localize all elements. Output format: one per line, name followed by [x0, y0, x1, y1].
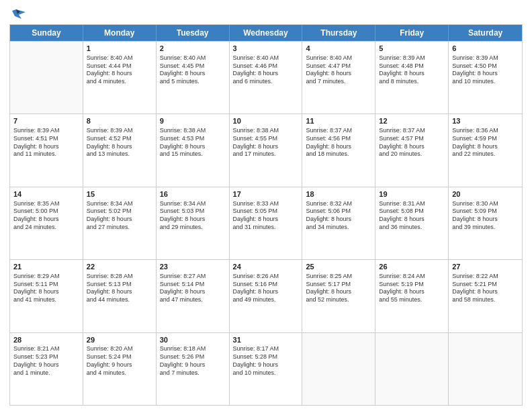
cell-info-line: Daylight: 8 hours [87, 216, 152, 224]
calendar-cell: 22Sunrise: 8:28 AMSunset: 5:13 PMDayligh… [83, 260, 157, 332]
cell-info-line: Sunset: 4:59 PM [452, 135, 519, 143]
calendar-cell: 17Sunrise: 8:33 AMSunset: 5:05 PMDayligh… [230, 187, 303, 259]
cell-info-line: Daylight: 9 hours [87, 361, 152, 369]
cell-info-line: Sunset: 4:44 PM [87, 62, 152, 71]
day-number: 13 [452, 116, 519, 126]
cell-info-line: and 44 minutes. [87, 296, 152, 304]
calendar-cell: 10Sunrise: 8:38 AMSunset: 4:55 PMDayligh… [230, 114, 303, 186]
calendar-cell [10, 42, 83, 113]
day-number: 1 [87, 44, 152, 54]
day-number: 3 [233, 44, 299, 54]
cell-info-line: Sunset: 5:17 PM [306, 281, 371, 289]
cell-info-line: and 41 minutes. [13, 296, 79, 304]
calendar-row-1: 7Sunrise: 8:39 AMSunset: 4:51 PMDaylight… [10, 113, 522, 186]
cell-info-line: Sunset: 5:19 PM [379, 281, 445, 289]
cell-info-line: Sunrise: 8:40 AM [160, 54, 226, 62]
cell-info-line: and 34 minutes. [306, 224, 371, 232]
cell-info-line: Daylight: 8 hours [160, 288, 226, 296]
cell-info-line: and 39 minutes. [452, 224, 519, 232]
cell-info-line: and 55 minutes. [379, 296, 445, 304]
day-number: 27 [452, 262, 519, 272]
calendar-cell: 31Sunrise: 8:17 AMSunset: 5:28 PMDayligh… [230, 333, 303, 405]
cell-info-line: Sunset: 5:21 PM [452, 281, 519, 289]
calendar-cell: 9Sunrise: 8:38 AMSunset: 4:53 PMDaylight… [157, 114, 230, 186]
cell-info-line: and 6 minutes. [233, 78, 299, 86]
day-number: 18 [306, 189, 371, 199]
day-number: 20 [452, 189, 519, 199]
cell-info-line: Daylight: 9 hours [233, 361, 299, 369]
day-number: 14 [13, 189, 79, 199]
cell-info-line: Daylight: 9 hours [13, 361, 79, 369]
cell-info-line: Sunrise: 8:39 AM [87, 127, 152, 135]
calendar-cell: 5Sunrise: 8:39 AMSunset: 4:48 PMDaylight… [375, 42, 449, 113]
header [9, 7, 523, 19]
cell-info-line: Sunset: 5:24 PM [87, 353, 152, 361]
cell-info-line: Sunrise: 8:40 AM [306, 54, 371, 62]
weekday-header-monday: Monday [83, 25, 157, 41]
cell-info-line: and 13 minutes. [87, 150, 152, 158]
cell-info-line: Sunrise: 8:20 AM [87, 345, 152, 353]
calendar: SundayMondayTuesdayWednesdayThursdayFrid… [9, 24, 523, 406]
calendar-cell: 27Sunrise: 8:22 AMSunset: 5:21 PMDayligh… [449, 260, 522, 332]
cell-info-line: Sunset: 4:50 PM [452, 62, 519, 71]
cell-info-line: and 7 minutes. [306, 78, 371, 86]
day-number: 28 [13, 335, 79, 345]
cell-info-line: and 10 minutes. [452, 78, 519, 86]
cell-info-line: Sunset: 4:56 PM [306, 135, 371, 143]
cell-info-line: Daylight: 8 hours [233, 143, 299, 151]
cell-info-line: Sunrise: 8:22 AM [452, 273, 519, 281]
cell-info-line: Sunrise: 8:34 AM [87, 200, 152, 208]
cell-info-line: Sunset: 4:45 PM [160, 62, 226, 71]
day-number: 2 [160, 44, 226, 54]
cell-info-line: Sunrise: 8:34 AM [160, 200, 226, 208]
cell-info-line: and 1 minute. [13, 369, 79, 377]
calendar-cell: 11Sunrise: 8:37 AMSunset: 4:56 PMDayligh… [302, 114, 375, 186]
cell-info-line: Sunrise: 8:17 AM [233, 345, 299, 353]
cell-info-line: Daylight: 8 hours [379, 143, 445, 151]
cell-info-line: and 27 minutes. [87, 224, 152, 232]
calendar-cell: 25Sunrise: 8:25 AMSunset: 5:17 PMDayligh… [302, 260, 375, 332]
cell-info-line: Daylight: 8 hours [13, 288, 79, 296]
cell-info-line: Sunset: 5:09 PM [452, 208, 519, 216]
cell-info-line: and 11 minutes. [13, 150, 79, 158]
day-number: 26 [379, 262, 445, 272]
cell-info-line: Daylight: 8 hours [306, 143, 371, 151]
calendar-cell: 20Sunrise: 8:30 AMSunset: 5:09 PMDayligh… [449, 187, 522, 259]
cell-info-line: and 8 minutes. [379, 78, 445, 86]
calendar-cell: 12Sunrise: 8:37 AMSunset: 4:57 PMDayligh… [375, 114, 449, 186]
cell-info-line: Sunset: 5:02 PM [87, 208, 152, 216]
cell-info-line: and 4 minutes. [87, 369, 152, 377]
cell-info-line: Sunrise: 8:32 AM [306, 200, 371, 208]
cell-info-line: Daylight: 8 hours [233, 70, 299, 78]
calendar-cell: 23Sunrise: 8:27 AMSunset: 5:14 PMDayligh… [157, 260, 230, 332]
cell-info-line: Sunrise: 8:36 AM [452, 127, 519, 135]
cell-info-line: Sunset: 5:03 PM [160, 208, 226, 216]
weekday-header-tuesday: Tuesday [157, 25, 230, 41]
cell-info-line: Sunset: 5:05 PM [233, 208, 299, 216]
cell-info-line: Daylight: 8 hours [452, 143, 519, 151]
cell-info-line: Daylight: 8 hours [87, 70, 152, 78]
calendar-row-3: 21Sunrise: 8:29 AMSunset: 5:11 PMDayligh… [10, 259, 522, 332]
day-number: 15 [87, 189, 152, 199]
calendar-cell: 4Sunrise: 8:40 AMSunset: 4:47 PMDaylight… [302, 42, 375, 113]
cell-info-line: and 22 minutes. [452, 150, 519, 158]
calendar-row-4: 28Sunrise: 8:21 AMSunset: 5:23 PMDayligh… [10, 332, 522, 405]
cell-info-line: Sunset: 4:51 PM [13, 135, 79, 143]
cell-info-line: Sunrise: 8:38 AM [233, 127, 299, 135]
calendar-cell: 16Sunrise: 8:34 AMSunset: 5:03 PMDayligh… [157, 187, 230, 259]
cell-info-line: Daylight: 8 hours [233, 216, 299, 224]
cell-info-line: Sunset: 5:11 PM [13, 281, 79, 289]
cell-info-line: Daylight: 8 hours [160, 70, 226, 78]
cell-info-line: Sunset: 5:28 PM [233, 353, 299, 361]
cell-info-line: Sunset: 5:00 PM [13, 208, 79, 216]
cell-info-line: Sunset: 5:13 PM [87, 281, 152, 289]
cell-info-line: Sunrise: 8:39 AM [452, 54, 519, 62]
cell-info-line: Daylight: 8 hours [13, 143, 79, 151]
weekday-header-sunday: Sunday [10, 25, 83, 41]
cell-info-line: Daylight: 8 hours [379, 288, 445, 296]
calendar-cell: 6Sunrise: 8:39 AMSunset: 4:50 PMDaylight… [449, 42, 522, 113]
day-number: 12 [379, 116, 445, 126]
logo [9, 7, 26, 19]
cell-info-line: Daylight: 8 hours [13, 216, 79, 224]
cell-info-line: and 36 minutes. [379, 224, 445, 232]
